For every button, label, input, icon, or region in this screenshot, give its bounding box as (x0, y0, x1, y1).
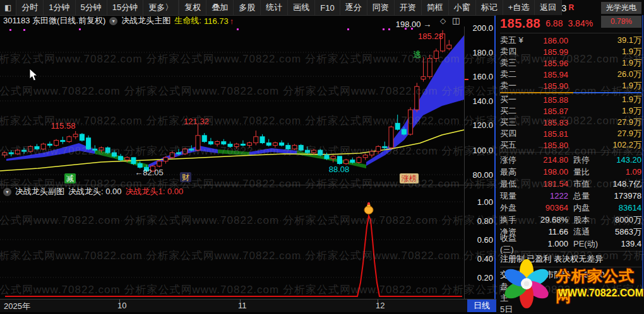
signal-tag-涨榜: 涨榜 (400, 173, 419, 183)
chevron-down-icon[interactable]: ▼ (109, 17, 117, 25)
order-book-row: 卖二185.9426.0万 (500, 69, 641, 80)
stat-label: 收益(三) (500, 233, 529, 255)
toolbar-item-统计[interactable]: 统计 (261, 0, 288, 15)
order-price: 185.96 (528, 59, 568, 68)
toolbar-item-逐分[interactable]: 逐分 (340, 0, 367, 15)
time-axis-label: 11 (238, 301, 247, 310)
candle-body (344, 160, 349, 164)
toolbar-item-简框[interactable]: 简框 (422, 0, 449, 15)
toolbar-item-画线[interactable]: 画线 (288, 0, 315, 15)
chevron-down-icon[interactable]: ▼ (3, 188, 11, 196)
chart-annotation: ←82.05 (134, 168, 164, 177)
order-price: 185.99 (528, 47, 568, 57)
logo-site-url: WWW.70822.COM (558, 288, 643, 299)
toolbar-item-同资[interactable]: 同资 (367, 0, 395, 15)
window-split-icon[interactable]: ◫ (452, 16, 460, 25)
stat-row: 现量1222总量173978 (500, 190, 641, 202)
candle-body (389, 127, 393, 148)
order-price: 185.80 (528, 141, 568, 150)
stat-row: 最高198.00量比1.09 (500, 166, 641, 178)
toolbar-item-15分钟[interactable]: 15分钟 (107, 0, 143, 15)
candle-body (286, 145, 290, 149)
app-window: ◧ 分时1分钟5分钟15分钟更多〉 复权叠加多股统计画线F10逐分同资开资简框小… (0, 0, 644, 314)
order-volume: 102.2万 (568, 139, 641, 151)
chart-annotation: 逃 (414, 49, 422, 61)
toolbar-item-F10[interactable]: F10 (315, 0, 340, 15)
site-logo: 分析家公式网 WWW.70822.COM (498, 257, 643, 311)
toolbar-item-标记[interactable]: 标记 (476, 0, 503, 15)
candle-body (415, 86, 419, 110)
life-line-label: 生命线: (174, 15, 201, 26)
stat-row: 收益(三)1.000PE(动)139.4 (500, 238, 641, 250)
divider (500, 152, 641, 153)
candle-body (254, 137, 258, 143)
y-axis-label: 100.0 (465, 146, 493, 155)
time-axis-tick (240, 299, 241, 302)
y-axis-label: 0.20 (465, 273, 493, 282)
candle-body (318, 150, 323, 155)
sub-indicator-value1: 决战龙头: 0.00 (68, 186, 122, 197)
y-axis-label: 160.0 (465, 72, 493, 81)
candle-body (93, 149, 97, 150)
order-price: 186.00 (528, 36, 568, 45)
diamond-icon[interactable]: ◇ (440, 16, 446, 25)
candle-body (112, 153, 116, 156)
candle-body (196, 136, 200, 150)
order-price: 185.94 (528, 70, 568, 79)
candle-body (305, 150, 309, 153)
toolbar-item-更多〉[interactable]: 更多〉 (143, 0, 179, 15)
order-book-row: 买四185.8127.9万 (500, 128, 641, 139)
candle-body (350, 160, 355, 163)
stat-value: 198.00 (529, 167, 568, 177)
toolbar-item-返回[interactable]: 返回 (535, 0, 562, 15)
stat-label: 外盘 (500, 202, 529, 214)
scrollbar[interactable] (642, 15, 643, 295)
order-level-label: 卖三 (500, 57, 528, 69)
order-book-row: 卖五 ¥186.0039.1万 (500, 35, 641, 46)
candle-body (402, 129, 406, 134)
stat-value: 173978 (605, 191, 641, 201)
price-change: 6.88 (546, 18, 563, 28)
toolbar-item-多股[interactable]: 多股 (234, 0, 261, 15)
y-axis-label: 180.0 (465, 48, 493, 57)
candle-body (86, 138, 91, 149)
sector-box[interactable]: 光学光电 0.78% (601, 2, 641, 30)
time-axis: 2025年101112 (0, 299, 467, 312)
toolbar-item-小窗[interactable]: 小窗 (449, 0, 476, 15)
candle-body (164, 158, 168, 161)
candle-body (215, 142, 220, 144)
sub-indicator-name[interactable]: 决战龙头副图 (15, 186, 64, 197)
stat-value: 1.09 (605, 167, 641, 177)
candle-body (202, 136, 206, 142)
toolbar-item-复权[interactable]: 复权 (179, 0, 206, 15)
sector-change: 0.78% (601, 16, 641, 28)
candle-body (292, 145, 297, 149)
life-line-value: 116.73 (204, 16, 229, 26)
toolbar-item-叠加[interactable]: 叠加 (206, 0, 234, 15)
candle-body (105, 148, 110, 153)
stat-label: 股本 (573, 214, 605, 226)
y-axis-label: 0.60 (465, 235, 493, 245)
main-indicator-name[interactable]: 决战龙头主图 (121, 15, 170, 26)
stat-value: 1222 (529, 191, 568, 201)
last-price: 185.88 (500, 16, 540, 31)
toolbar-right-group: 复权叠加多股统计画线F10逐分同资开资简框小窗标记+自选返回 (179, 0, 562, 15)
main-chart-canvas[interactable] (0, 0, 496, 314)
order-book-row: 卖四185.991.9万 (500, 46, 641, 57)
toolbar-item-开资[interactable]: 开资 (395, 0, 422, 15)
layout-split-icon[interactable]: ◧ (0, 0, 16, 15)
order-price: 185.83 (528, 118, 568, 127)
period-button[interactable]: 日线 (467, 299, 496, 312)
candle-body (99, 148, 104, 150)
toolbar-item-5分钟[interactable]: 5分钟 (76, 0, 107, 15)
margin-flag: R (568, 3, 574, 12)
order-level-label: 买五 (500, 139, 528, 151)
toolbar-item-1分钟[interactable]: 1分钟 (44, 0, 75, 15)
stat-row: 外盘90364内盘83614 (500, 202, 641, 214)
order-volume: 1.9万 (568, 57, 641, 69)
time-axis-label: 10 (117, 301, 126, 310)
toolbar-item-+自选[interactable]: +自选 (503, 0, 535, 15)
toolbar-item-分时[interactable]: 分时 (16, 0, 44, 15)
candle-body (383, 146, 387, 148)
stat-row: 换手29.68%股本8000万 (500, 214, 641, 226)
